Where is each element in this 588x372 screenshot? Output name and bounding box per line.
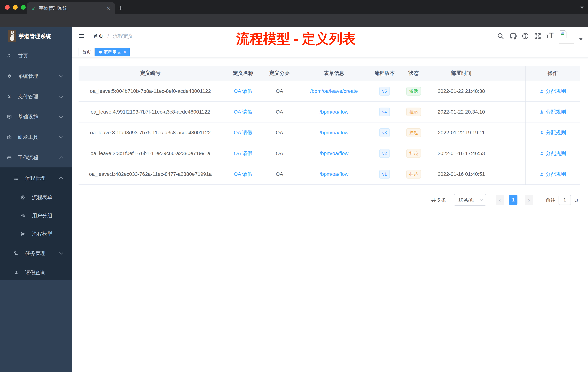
github-icon[interactable] [509, 33, 517, 40]
tag-2[interactable]: 流程定义× [95, 48, 130, 56]
cell-form-link[interactable]: /bpm/oa/flow [295, 143, 373, 164]
browser-tabstrip: 芋道管理系统 ✕ + [0, 0, 588, 14]
next-page-button[interactable]: › [525, 195, 533, 205]
site-favicon-icon [31, 5, 36, 11]
sidebar-item-2[interactable]: 系统管理 [0, 66, 72, 86]
cell-form-link[interactable]: /bpm/oa/leave/create [295, 81, 373, 101]
maximize-window-button[interactable] [21, 5, 26, 10]
page-size-value: 10条/页 [458, 197, 474, 203]
assign-rule-label: 分配规则 [546, 150, 566, 157]
sidebar-item-3[interactable]: ¥支付管理 [0, 87, 72, 107]
table-header-row: 定义编号 定义名称 定义分类 表单信息 流程版本 状态 部署时间 操作 [79, 66, 580, 81]
minimize-window-button[interactable] [13, 5, 18, 10]
svg-text:¥: ¥ [8, 94, 11, 99]
font-size-icon[interactable]: TT [546, 32, 555, 39]
cell-definition-id: oa_leave:2:3c1f0ef1-76b1-11ec-9c66-a2380… [79, 143, 222, 164]
definition-table: 定义编号 定义名称 定义分类 表单信息 流程版本 状态 部署时间 操作 oa_l… [79, 66, 580, 185]
cell-definition-name-link[interactable]: OA 请假 [222, 81, 264, 101]
cell-definition-name-link[interactable]: OA 请假 [222, 164, 264, 184]
cell-definition-name-link[interactable]: OA 请假 [222, 143, 264, 164]
form-icon [21, 195, 26, 200]
cell-version: v3 [373, 122, 396, 143]
page-number-1[interactable]: 1 [509, 195, 517, 205]
avatar-dropdown-caret-icon[interactable] [579, 38, 583, 40]
cell-form-link[interactable]: /bpm/oa/flow [295, 122, 373, 143]
close-window-button[interactable] [5, 5, 10, 10]
chevron-up-icon [59, 156, 63, 160]
breadcrumb-home[interactable]: 首页 [93, 33, 104, 40]
col-form-info: 表单信息 [295, 66, 373, 81]
cell-deploy-time: 2022-01-22 21:48:38 [431, 81, 491, 101]
monitor-icon [7, 114, 12, 119]
cell-form-link[interactable]: /bpm/oa/flow [295, 102, 373, 122]
sidebar-item-label: 流程管理 [25, 175, 45, 182]
version-badge: v5 [379, 87, 390, 96]
briefcase-icon [7, 155, 12, 160]
sidebar-item-6[interactable]: 工作流程 [0, 148, 72, 168]
sidebar-item-5[interactable]: 研发工具 [0, 127, 72, 147]
sidebar-item-label: 首页 [18, 52, 28, 59]
sidebar-item-12[interactable]: 请假查询 [0, 263, 72, 282]
cell-form-link[interactable]: /bpm/oa/flow [295, 164, 373, 184]
page-size-select[interactable]: 10条/页 [454, 194, 486, 206]
col-process-version: 流程版本 [373, 66, 396, 81]
toolbox-icon [7, 135, 12, 140]
tag-close-icon[interactable]: × [124, 50, 126, 55]
fullscreen-icon[interactable] [534, 33, 541, 40]
assign-rule-button[interactable]: 分配规则 [539, 88, 566, 95]
cell-definition-name-link[interactable]: OA 请假 [222, 122, 264, 143]
table-row: oa_leave:2:3c1f0ef1-76b1-11ec-9c66-a2380… [79, 143, 580, 164]
assign-rule-button[interactable]: 分配规则 [539, 129, 566, 136]
app-logo[interactable]: 芋道管理系统 [0, 27, 72, 45]
sidebar-item-1[interactable]: 首页 [0, 46, 72, 66]
browser-toolbar: 不安全 dashboard.yudao.iocoder.cn/bpm/manag… [0, 14, 588, 27]
chevron-down-icon [59, 74, 63, 78]
breadcrumb-separator: / [107, 33, 109, 39]
sidebar-item-9[interactable]: 用户分组 [0, 207, 72, 225]
chevron-up-icon [59, 177, 63, 181]
sidebar: 芋道管理系统 首页系统管理¥支付管理基础设施研发工具工作流程流程管理流程表单用户… [0, 27, 72, 372]
cell-definition-id: oa_leave:1:482ec033-762a-11ec-8477-a2380… [79, 164, 222, 184]
status-badge: 激活 [406, 87, 421, 96]
help-icon[interactable] [522, 33, 529, 40]
chevron-down-icon [480, 198, 483, 201]
sidebar-item-11[interactable]: 任务管理 [0, 244, 72, 263]
assign-rule-button[interactable]: 分配规则 [539, 150, 566, 157]
fixed-column-divider [525, 66, 526, 185]
cell-operation: 分配规则 [525, 143, 580, 164]
sidebar-item-4[interactable]: 基础设施 [0, 107, 72, 127]
list-icon [14, 176, 19, 181]
status-badge: 挂起 [406, 149, 421, 158]
sidebar-item-7[interactable]: 流程管理 [0, 169, 72, 187]
version-badge: v2 [379, 149, 390, 158]
send-icon [21, 231, 26, 236]
new-tab-button[interactable]: + [118, 4, 123, 12]
table-row: oa_leave:3:1fad3d93-7b75-11ec-a3c8-acde4… [79, 122, 580, 143]
sidebar-item-8[interactable]: 流程表单 [0, 188, 72, 207]
goto-page-input[interactable] [558, 195, 571, 205]
cell-operation: 分配规则 [525, 102, 580, 122]
sidebar-toggle-icon[interactable] [78, 33, 85, 39]
search-icon[interactable] [497, 33, 504, 40]
app-title: 芋道管理系统 [19, 27, 51, 45]
prev-page-button[interactable]: ‹ [496, 195, 504, 205]
breadcrumb: 首页 / 流程定义 [93, 27, 133, 45]
tab-close-icon[interactable]: ✕ [106, 5, 111, 11]
cell-definition-category: OA [264, 164, 295, 184]
cell-status: 挂起 [396, 164, 431, 184]
user-avatar[interactable] [559, 29, 574, 44]
assign-rule-button[interactable]: 分配规则 [539, 171, 566, 178]
tag-1[interactable]: 首页 [79, 48, 94, 56]
status-badge: 挂起 [406, 128, 421, 137]
sidebar-item-label: 任务管理 [25, 250, 45, 257]
browser-tab[interactable]: 芋道管理系统 ✕ [27, 2, 115, 14]
cell-operation: 分配规则 [525, 164, 580, 184]
sidebar-item-label: 流程表单 [32, 194, 52, 201]
cell-version: v4 [373, 102, 396, 122]
sidebar-item-label: 用户分组 [32, 212, 52, 219]
assign-rule-button[interactable]: 分配规则 [539, 109, 566, 115]
sidebar-item-10[interactable]: 流程模型 [0, 225, 72, 243]
sidebar-item-label: 流程模型 [32, 230, 52, 237]
tab-search-caret-icon[interactable] [580, 7, 584, 9]
cell-definition-name-link[interactable]: OA 请假 [222, 102, 264, 122]
